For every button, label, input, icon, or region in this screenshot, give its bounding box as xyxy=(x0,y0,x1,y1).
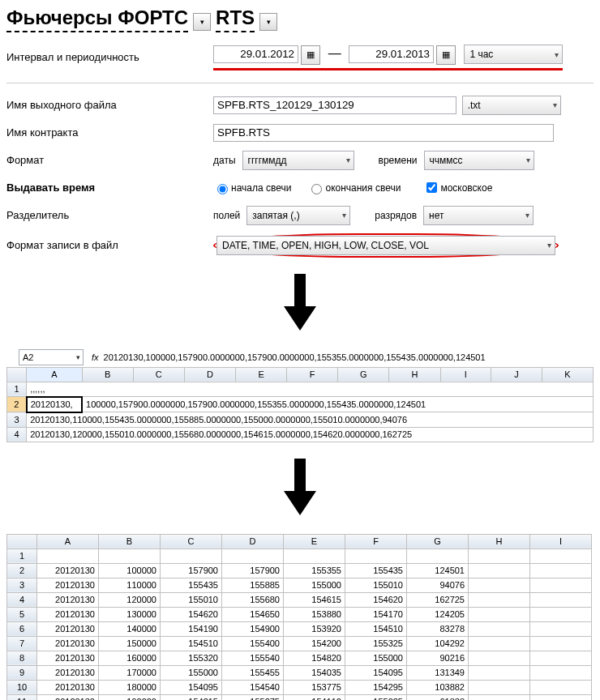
col-header[interactable]: B xyxy=(99,534,161,548)
active-cell[interactable]: 20120130, xyxy=(27,397,82,412)
col-header[interactable]: D xyxy=(184,367,235,382)
row-header[interactable]: 11 xyxy=(7,694,37,700)
data-cell[interactable]: 90216 xyxy=(407,651,469,665)
calendar-icon[interactable]: ▦ xyxy=(301,45,320,65)
col-header[interactable]: A xyxy=(27,367,82,382)
data-cell[interactable]: 100000 xyxy=(99,563,161,578)
row-header[interactable]: 5 xyxy=(7,607,37,621)
data-cell[interactable]: 157900 xyxy=(161,563,222,578)
data-cell[interactable]: 154215 xyxy=(161,694,222,700)
col-header[interactable]: E xyxy=(236,367,287,382)
row-header[interactable]: 3 xyxy=(7,578,37,592)
data-cell[interactable]: 154095 xyxy=(161,680,222,694)
row-header[interactable]: 4 xyxy=(7,592,37,607)
table-row[interactable]: ,,,,,, xyxy=(27,382,594,397)
data-cell[interactable]: 155275 xyxy=(222,694,284,700)
data-cell[interactable]: 110000 xyxy=(99,578,161,592)
data-cell[interactable]: 154510 xyxy=(161,636,222,651)
col-header[interactable]: F xyxy=(287,367,338,382)
data-cell[interactable]: 20120130 xyxy=(37,592,99,607)
header-cell[interactable] xyxy=(37,548,99,563)
time-fmt-select[interactable]: ччммсс xyxy=(424,151,534,170)
title-main-dropdown[interactable]: ▾ xyxy=(193,13,211,31)
header-cell[interactable] xyxy=(284,548,345,563)
data-cell[interactable]: 124205 xyxy=(407,607,469,621)
radio-candle-start[interactable] xyxy=(217,184,228,194)
data-cell[interactable]: 20120130 xyxy=(37,651,99,665)
data-cell[interactable]: 155680 xyxy=(222,592,284,607)
data-cell[interactable]: 155400 xyxy=(222,636,284,651)
data-cell[interactable]: 94076 xyxy=(407,578,469,592)
data-cell[interactable]: 20120130 xyxy=(37,563,99,578)
data-cell[interactable]: 155325 xyxy=(345,636,407,651)
radio-candle-end[interactable] xyxy=(311,184,322,194)
digit-sep-select[interactable]: нет xyxy=(423,206,534,225)
table-row[interactable]: 100000,157900.0000000,157900.0000000,155… xyxy=(82,397,593,412)
data-cell[interactable]: 155000 xyxy=(161,665,222,680)
data-cell[interactable]: 155000 xyxy=(345,651,407,665)
data-cell[interactable]: 155010 xyxy=(161,592,222,607)
data-cell[interactable]: 153920 xyxy=(284,621,345,636)
data-cell[interactable]: 20120130 xyxy=(37,636,99,651)
col-header[interactable]: A xyxy=(37,534,99,548)
data-cell[interactable]: 154095 xyxy=(345,665,407,680)
data-cell[interactable]: 180000 xyxy=(99,680,161,694)
col-header[interactable]: G xyxy=(407,534,469,548)
col-header[interactable]: H xyxy=(469,534,530,548)
data-cell[interactable]: 20120130 xyxy=(37,607,99,621)
row-header[interactable]: 3 xyxy=(7,412,27,428)
row-header[interactable]: 8 xyxy=(7,651,37,665)
name-box[interactable]: A2 xyxy=(19,349,84,365)
data-cell[interactable]: 20120130 xyxy=(37,621,99,636)
data-cell[interactable]: 120000 xyxy=(99,592,161,607)
data-cell[interactable]: 130000 xyxy=(99,607,161,621)
title-sub-dropdown[interactable]: ▾ xyxy=(259,13,277,31)
data-cell[interactable]: 154540 xyxy=(222,680,284,694)
header-cell[interactable] xyxy=(345,548,407,563)
data-cell[interactable]: 103882 xyxy=(407,680,469,694)
header-cell[interactable] xyxy=(222,548,284,563)
data-cell[interactable]: 154650 xyxy=(222,607,284,621)
col-header[interactable]: D xyxy=(222,534,284,548)
date-to-input[interactable] xyxy=(349,45,434,63)
col-header[interactable]: C xyxy=(133,367,184,382)
col-header[interactable]: G xyxy=(338,367,389,382)
data-cell[interactable]: 162725 xyxy=(407,592,469,607)
data-cell[interactable]: 154035 xyxy=(284,665,345,680)
data-cell[interactable]: 170000 xyxy=(99,665,161,680)
data-cell[interactable]: 155885 xyxy=(222,578,284,592)
col-header[interactable]: I xyxy=(530,534,592,548)
data-cell[interactable]: 154620 xyxy=(345,592,407,607)
data-cell[interactable]: 155000 xyxy=(284,578,345,592)
record-fmt-select[interactable]: DATE, TIME, OPEN, HIGH, LOW, CLOSE, VOL xyxy=(216,236,555,255)
row-header[interactable]: 9 xyxy=(7,665,37,680)
data-cell[interactable]: 154170 xyxy=(345,607,407,621)
date-fmt-select[interactable]: ггггммдд xyxy=(242,151,354,170)
data-cell[interactable]: 154190 xyxy=(161,621,222,636)
row-header[interactable]: 1 xyxy=(7,382,27,397)
col-header[interactable]: I xyxy=(440,367,491,382)
period-select[interactable]: 1 час xyxy=(464,45,563,64)
row-header[interactable]: 2 xyxy=(7,397,27,412)
data-cell[interactable]: 124501 xyxy=(407,563,469,578)
data-cell[interactable]: 154295 xyxy=(345,680,407,694)
row-header[interactable]: 4 xyxy=(7,427,27,442)
data-cell[interactable]: 154200 xyxy=(284,636,345,651)
data-cell[interactable]: 154510 xyxy=(345,621,407,636)
ext-select[interactable]: .txt xyxy=(462,96,561,115)
row-header[interactable]: 6 xyxy=(7,621,37,636)
field-sep-select[interactable]: запятая (,) xyxy=(246,206,350,225)
row-header[interactable]: 2 xyxy=(7,563,37,578)
data-cell[interactable]: 140000 xyxy=(99,621,161,636)
data-cell[interactable]: 155540 xyxy=(222,651,284,665)
data-cell[interactable]: 155010 xyxy=(345,578,407,592)
data-cell[interactable]: 83278 xyxy=(407,621,469,636)
data-cell[interactable]: 155435 xyxy=(345,563,407,578)
data-cell[interactable]: 20120130 xyxy=(37,680,99,694)
data-cell[interactable]: 150000 xyxy=(99,636,161,651)
calendar-icon[interactable]: ▦ xyxy=(436,45,456,65)
header-cell[interactable] xyxy=(407,548,469,563)
row-header[interactable]: 1 xyxy=(7,548,37,563)
data-cell[interactable]: 160000 xyxy=(99,651,161,665)
data-cell[interactable]: 61838 xyxy=(407,694,469,700)
